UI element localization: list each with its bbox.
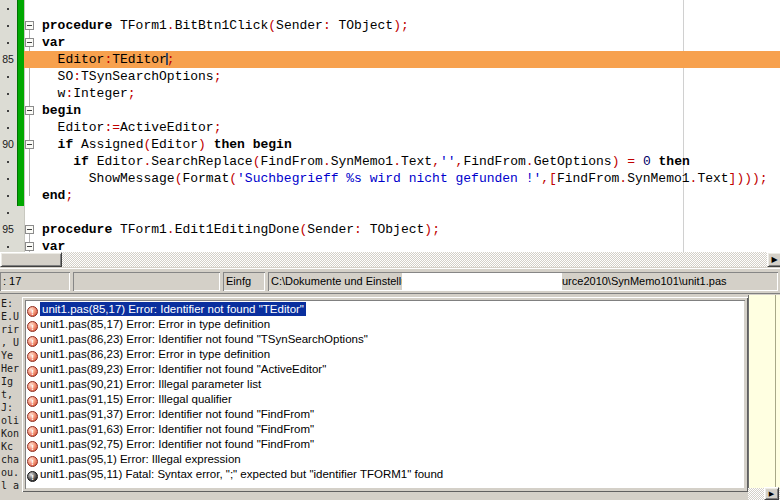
message-item[interactable]: !unit1.pas(91,63) Error: Identifier not … [25, 422, 745, 437]
line-dot[interactable] [0, 85, 16, 102]
message-text: unit1.pas(89,23) Error: Identifier not f… [40, 363, 326, 375]
code-line[interactable] [0, 0, 780, 17]
message-item[interactable]: !unit1.pas(95,1) Error: Illegal expressi… [25, 452, 745, 467]
message-text: unit1.pas(85,17) Error: Error in type de… [40, 318, 270, 330]
code-line[interactable]: begin [0, 102, 780, 119]
code-line[interactable]: Editor:=ActiveEditor; [0, 119, 780, 136]
editor-statusbar: : 17 Einfg C:\Dokumente und Einstellu ur… [0, 268, 780, 294]
message-text: unit1.pas(91,63) Error: Identifier not f… [40, 423, 314, 435]
source-editor[interactable]: procedure TForm1.BitBtn1Click(Sender: TO… [0, 0, 780, 252]
line-dot[interactable] [0, 170, 16, 187]
line-dot[interactable] [0, 102, 16, 119]
line-dot[interactable] [0, 238, 16, 252]
background-text-fragment: Kon [1, 428, 19, 439]
background-scrollbar-arrow-icon[interactable]: ▶ [764, 487, 779, 500]
message-item[interactable]: !unit1.pas(86,23) Error: Error in type d… [25, 347, 745, 362]
background-text-fragment: t, [1, 389, 13, 400]
code-line[interactable]: w:Integer; [0, 85, 780, 102]
message-text: unit1.pas(92,75) Error: Identifier not f… [40, 438, 314, 450]
status-empty-panel [73, 272, 220, 291]
message-text: unit1.pas(90,21) Error: Illegal paramete… [40, 378, 261, 390]
file-path-tail: urce2010\SynMemo101\unit1.pas [562, 272, 727, 291]
error-icon: ! [27, 366, 38, 377]
error-icon: ! [27, 321, 38, 332]
message-item[interactable]: !unit1.pas(91,37) Error: Identifier not … [25, 407, 745, 422]
error-icon: ! [27, 306, 38, 317]
message-item[interactable]: !unit1.pas(91,15) Error: Illegal qualifi… [25, 392, 745, 407]
code-line[interactable]: ShowMessage(Format('Suchbegrieff %s wird… [0, 170, 780, 187]
file-path-panel: C:\Dokumente und Einstellu urce2010\SynM… [268, 272, 778, 291]
fold-collapse-icon[interactable] [25, 21, 34, 30]
code-line[interactable]: var [0, 34, 780, 51]
horizontal-scrollbar[interactable]: ▶ [0, 252, 780, 267]
line-dot[interactable] [0, 34, 16, 51]
code-line[interactable]: procedure TForm1.BitBtn1Click(Sender: TO… [0, 17, 780, 34]
code-line[interactable]: if Editor.SearchReplace(FindFrom.SynMemo… [0, 153, 780, 170]
text-cursor [166, 53, 168, 65]
code-text: Editor:TEditor; [42, 51, 175, 68]
fold-collapse-icon[interactable] [25, 106, 34, 115]
code-line[interactable]: end; [0, 187, 780, 204]
message-text: unit1.pas(95,11) Fatal: Syntax error, ";… [40, 468, 443, 480]
message-item[interactable]: !unit1.pas(85,17) Error: Identifier not … [25, 302, 745, 317]
code-text: procedure TForm1.Edit1EditingDone(Sender… [42, 221, 440, 238]
background-text-fragment: l a [1, 480, 19, 491]
message-item[interactable]: !unit1.pas(86,23) Error: Identifier not … [25, 332, 745, 347]
error-icon: ! [27, 381, 38, 392]
code-text: Editor:=ActiveEditor; [42, 119, 221, 136]
code-line[interactable]: 90 if Assigned(Editor) then begin [0, 136, 780, 153]
error-icon: ! [27, 336, 38, 347]
message-text: unit1.pas(91,15) Error: Illegal qualifie… [40, 393, 232, 405]
error-icon: ! [27, 411, 38, 422]
redaction-box [402, 273, 562, 290]
code-text: begin [42, 102, 81, 119]
line-dot[interactable] [0, 0, 16, 17]
error-icon: ! [27, 351, 38, 362]
background-text-fragment: Kc [1, 441, 13, 452]
message-item[interactable]: !unit1.pas(85,17) Error: Error in type d… [25, 317, 745, 332]
code-text: w:Integer; [42, 85, 136, 102]
insert-mode-panel: Einfg [223, 272, 265, 291]
background-text-fragment: Her [1, 363, 19, 374]
line-dot[interactable] [0, 17, 16, 34]
background-text-fragment: rir [1, 324, 19, 335]
fold-collapse-icon[interactable] [25, 38, 34, 47]
scrollbar-thumb[interactable] [0, 252, 62, 267]
line-number[interactable]: 85 [0, 51, 16, 68]
message-item[interactable]: !unit1.pas(92,75) Error: Identifier not … [25, 437, 745, 452]
fold-collapse-icon[interactable] [25, 140, 34, 149]
code-text: if Editor.SearchReplace(FindFrom.SynMemo… [42, 153, 690, 170]
fold-collapse-icon[interactable] [25, 225, 34, 234]
messages-list[interactable]: !unit1.pas(85,17) Error: Identifier not … [25, 300, 745, 489]
background-text-fragment: E: [1, 298, 13, 309]
code-line[interactable] [0, 204, 780, 221]
background-text-fragment: J: [1, 402, 13, 413]
message-text: unit1.pas(85,17) Error: Identifier not f… [40, 302, 306, 316]
message-item[interactable]: !unit1.pas(89,23) Error: Identifier not … [25, 362, 745, 377]
line-number[interactable]: 90 [0, 136, 16, 153]
background-text-fragment: Ye [1, 350, 13, 361]
background-text-fragment: E.U [1, 311, 19, 322]
code-line[interactable]: var [0, 238, 780, 252]
code-line[interactable]: 95procedure TForm1.Edit1EditingDone(Send… [0, 221, 780, 238]
message-item[interactable]: !unit1.pas(90,21) Error: Illegal paramet… [25, 377, 745, 392]
line-dot[interactable] [0, 153, 16, 170]
fold-collapse-icon[interactable] [25, 242, 34, 251]
line-dot[interactable] [0, 68, 16, 85]
code-text: if Assigned(Editor) then begin [42, 136, 292, 153]
line-dot[interactable] [0, 187, 16, 204]
error-icon: ! [27, 426, 38, 437]
error-icon: ! [27, 396, 38, 407]
note-window-edge [775, 295, 776, 488]
messages-window: !unit1.pas(85,17) Error: Identifier not … [22, 297, 748, 492]
line-dot[interactable] [0, 204, 16, 221]
line-number[interactable]: 95 [0, 221, 16, 238]
code-text: end; [42, 187, 73, 204]
line-dot[interactable] [0, 119, 16, 136]
code-line[interactable]: 85 Editor:TEditor; [0, 51, 780, 68]
code-line[interactable]: SO:TSynSearchOptions; [0, 68, 780, 85]
message-item[interactable]: !unit1.pas(95,11) Fatal: Syntax error, "… [25, 467, 745, 482]
code-text: SO:TSynSearchOptions; [42, 68, 221, 85]
scrollbar-right-arrow-icon[interactable]: ▶ [767, 252, 780, 267]
lazarus-ide-screen: procedure TForm1.BitBtn1Click(Sender: TO… [0, 0, 780, 500]
